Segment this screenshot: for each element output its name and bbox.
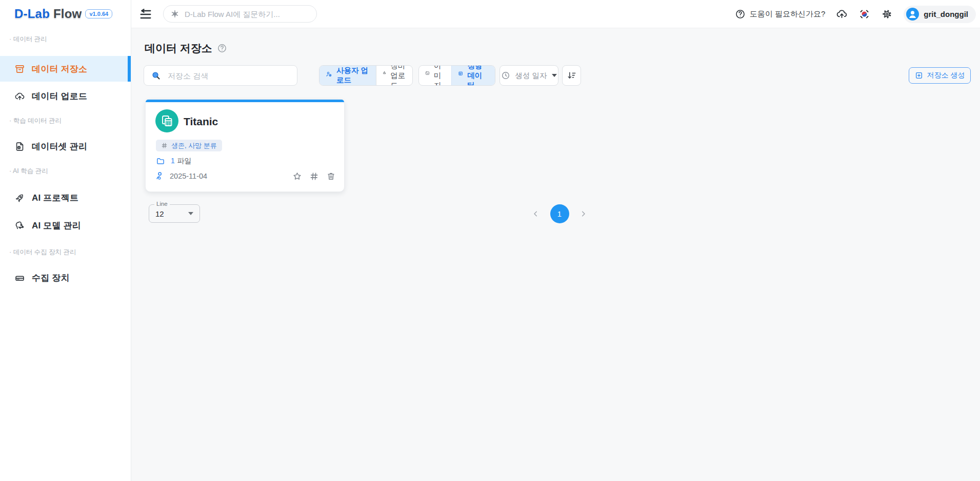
help-button[interactable]: 도움이 필요하신가요? <box>735 9 826 20</box>
toggle-structured-data[interactable]: 정형데이터 <box>451 66 495 85</box>
search-icon <box>151 70 162 81</box>
data-type-toggle: 이미지 정형데이터 <box>418 65 495 86</box>
page-title-row: 데이터 저장소 <box>145 41 227 55</box>
card-date-row: 2025-11-04 <box>155 170 207 181</box>
plus-square-icon <box>915 71 923 80</box>
sidebar-item-label: AI 프로젝트 <box>32 192 78 204</box>
sidebar-section-collection-devices: · 데이터 수집 장치 관리 <box>9 248 76 257</box>
clock-icon <box>501 71 510 80</box>
toggle-label: 이미지 <box>434 65 445 86</box>
sidebar-item-label: 데이터셋 관리 <box>32 141 87 152</box>
repo-search-input[interactable] <box>168 71 290 80</box>
gear-icon[interactable] <box>881 8 893 20</box>
toggle-image[interactable]: 이미지 <box>419 66 451 85</box>
main-content: 데이터 저장소 사용자 업로드 장비 업로드 <box>131 28 980 481</box>
equipment-upload-icon <box>383 71 386 80</box>
create-button-label: 저장소 생성 <box>927 71 965 80</box>
brand-secondary: Flow <box>53 7 82 21</box>
username: grit_donggil <box>924 10 968 18</box>
version-badge: v1.0.64 <box>85 9 112 18</box>
ai-model-icon <box>14 220 25 231</box>
trash-icon[interactable] <box>326 171 336 181</box>
sidebar-item-data-upload[interactable]: 데이터 업로드 <box>0 86 131 106</box>
storage-box-icon <box>14 64 25 74</box>
image-icon <box>425 71 430 80</box>
spreadsheet-copy-icon <box>155 109 178 132</box>
user-upload-icon <box>155 170 166 181</box>
upload-cloud-icon[interactable] <box>836 8 848 20</box>
sidebar-section-training-data: · 학습 데이터 관리 <box>9 117 62 125</box>
brand-primary: D-Lab <box>14 7 50 21</box>
collapse-sidebar-icon[interactable] <box>138 7 153 22</box>
page-help-icon[interactable] <box>217 43 227 53</box>
toggle-equipment-upload[interactable]: 장비 업로드 <box>376 66 412 85</box>
pagination-page-1[interactable]: 1 <box>550 204 569 223</box>
upload-cloud-icon <box>14 91 25 102</box>
sidebar-item-dataset-management[interactable]: 데이터셋 관리 <box>0 136 131 157</box>
upload-source-toggle: 사용자 업로드 장비 업로드 <box>319 65 413 86</box>
repo-search-wrap <box>144 65 297 86</box>
chevron-down-icon <box>188 212 193 215</box>
user-plus-icon <box>326 71 332 80</box>
line-select-label: Line <box>154 201 170 207</box>
repository-card-titanic[interactable]: Titanic 생존, 사망 분류 1 파일 2025-11-04 <box>145 99 345 192</box>
sidebar-item-label: AI 모델 관리 <box>32 220 81 232</box>
creation-date-dropdown[interactable]: 생성 일자 <box>499 65 558 86</box>
line-select-value: 12 <box>155 209 164 218</box>
toggle-label: 정형데이터 <box>467 65 489 86</box>
korea-flag-icon[interactable] <box>858 8 870 20</box>
ai-question-input[interactable] <box>185 10 310 18</box>
pagination: 1 <box>531 204 588 223</box>
line-count-select[interactable]: Line 12 <box>149 204 200 223</box>
hash-icon <box>161 142 168 149</box>
help-circle-icon <box>735 9 746 20</box>
brand-logo: D-Lab Flow v1.0.64 <box>14 7 112 21</box>
ai-question-input-wrap <box>163 5 317 23</box>
star-icon[interactable] <box>292 171 302 181</box>
active-item-indicator <box>128 56 131 82</box>
create-repository-button[interactable]: 저장소 생성 <box>909 67 971 84</box>
card-tag-chip: 생존, 사망 분류 <box>156 140 222 151</box>
toggle-label: 사용자 업로드 <box>336 66 370 85</box>
sidebar-item-label: 데이터 저장소 <box>32 63 87 75</box>
device-icon <box>14 273 25 283</box>
toggle-label: 장비 업로드 <box>390 65 406 86</box>
sidebar-section-ai-training: · AI 학습 관리 <box>9 167 48 176</box>
avatar-icon <box>906 8 919 21</box>
sort-descending-icon <box>567 70 577 81</box>
card-title: Titanic <box>184 116 218 128</box>
card-file-count: 1 <box>171 157 175 165</box>
sidebar: D-Lab Flow v1.0.64 · 데이터 관리 데이터 저장소 데이터 … <box>0 0 131 481</box>
sidebar-section-data-management: · 데이터 관리 <box>9 35 47 44</box>
sidebar-item-label: 데이터 업로드 <box>32 90 87 102</box>
card-created-date: 2025-11-04 <box>170 172 207 180</box>
table-icon <box>458 71 463 80</box>
toggle-user-upload[interactable]: 사용자 업로드 <box>319 66 376 85</box>
sidebar-item-ai-project[interactable]: AI 프로젝트 <box>0 187 131 208</box>
sidebar-item-ai-model-management[interactable]: AI 모델 관리 <box>0 215 131 236</box>
hash-icon[interactable] <box>309 171 319 181</box>
dataset-icon <box>14 141 25 152</box>
ai-logo-icon <box>170 9 180 19</box>
folder-icon <box>156 157 165 166</box>
sidebar-item-label: 수집 장치 <box>32 272 70 284</box>
page-title: 데이터 저장소 <box>145 41 212 55</box>
topbar: 도움이 필요하신가요? grit_donggil <box>131 0 980 28</box>
date-dropdown-label: 생성 일자 <box>515 71 547 81</box>
app-root: D-Lab Flow v1.0.64 · 데이터 관리 데이터 저장소 데이터 … <box>0 0 980 481</box>
card-accent-bar <box>146 100 344 102</box>
user-menu[interactable]: grit_donggil <box>904 6 976 23</box>
chevron-left-icon[interactable] <box>531 209 540 218</box>
chevron-down-icon <box>552 74 557 77</box>
sort-button[interactable] <box>562 65 581 86</box>
sidebar-item-data-storage[interactable]: 데이터 저장소 <box>0 56 131 82</box>
card-file-row: 1 파일 <box>156 156 191 166</box>
card-actions <box>292 171 336 181</box>
help-text: 도움이 필요하신가요? <box>750 9 826 19</box>
topbar-right-cluster: 도움이 필요하신가요? grit_donggil <box>735 0 976 28</box>
rocket-icon <box>14 193 25 203</box>
chevron-right-icon[interactable] <box>579 209 588 218</box>
card-tag-label: 생존, 사망 분류 <box>171 141 217 150</box>
card-file-unit: 파일 <box>177 157 191 165</box>
sidebar-item-collection-device[interactable]: 수집 장치 <box>0 267 131 288</box>
